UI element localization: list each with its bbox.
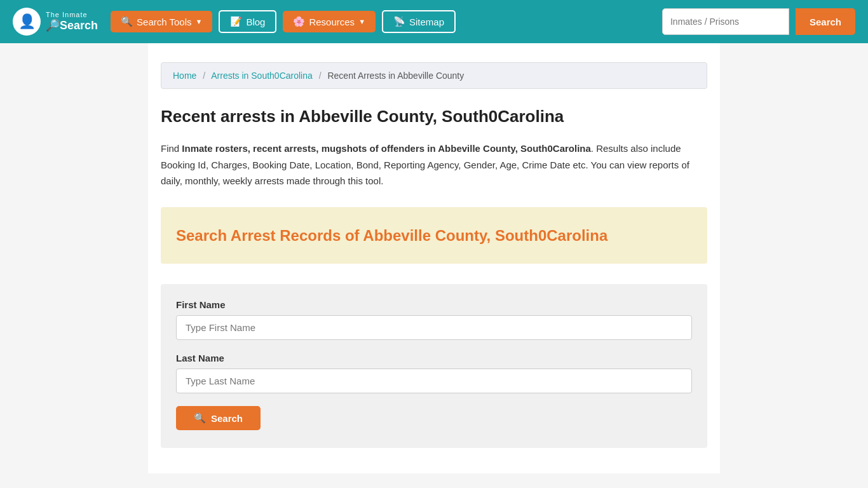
search-tools-button[interactable]: 🔍 Search Tools ▼ <box>111 11 212 32</box>
breadcrumb-current: Recent Arrests in Abbeville County <box>327 71 464 81</box>
page-description: Find Inmate rosters, recent arrests, mug… <box>161 140 707 189</box>
brand-logo-link[interactable]: 👤 The Inmate 🔎Search <box>13 8 98 36</box>
nav-search-label: Search <box>810 17 841 27</box>
brand-title: 🔎Search <box>46 18 98 32</box>
first-name-input[interactable] <box>176 315 692 340</box>
nav-search-button[interactable]: Search <box>796 8 855 35</box>
breadcrumb-sep-1: / <box>203 71 205 81</box>
blog-button[interactable]: 📝 Blog <box>219 10 276 33</box>
first-name-group: First Name <box>176 299 692 340</box>
search-submit-button[interactable]: 🔍 Search <box>176 406 261 430</box>
navbar: 👤 The Inmate 🔎Search 🔍 Search Tools ▼ 📝 … <box>0 0 868 43</box>
blog-label: Blog <box>246 17 265 27</box>
page-title: Recent arrests in Abbeville County, Sout… <box>161 107 707 126</box>
last-name-label: Last Name <box>176 353 692 363</box>
brand-text: The Inmate 🔎Search <box>46 11 98 32</box>
brand-logo: 👤 <box>13 8 41 36</box>
breadcrumb-home[interactable]: Home <box>173 71 196 81</box>
search-submit-icon: 🔍 <box>194 412 206 424</box>
search-form: First Name Last Name 🔍 Search <box>161 284 707 448</box>
first-name-label: First Name <box>176 299 692 310</box>
search-banner-title: Search Arrest Records of Abbeville Count… <box>176 225 692 247</box>
breadcrumb-state[interactable]: Arrests in South0Carolina <box>211 71 313 81</box>
search-tools-icon: 🔍 <box>121 16 133 27</box>
resources-icon: 🌸 <box>293 16 305 27</box>
description-bold: Inmate rosters, recent arrests, mugshots… <box>182 143 590 154</box>
breadcrumb-sep-2: / <box>319 71 322 81</box>
brand-logo-icon: 👤 <box>18 15 36 29</box>
description-intro: Find <box>161 143 182 154</box>
search-banner: Search Arrest Records of Abbeville Count… <box>161 207 707 264</box>
search-tools-label: Search Tools <box>137 17 191 27</box>
last-name-group: Last Name <box>176 353 692 393</box>
resources-chevron: ▼ <box>358 18 365 25</box>
resources-label: Resources <box>309 17 355 27</box>
main-content: Home / Arrests in South0Carolina / Recen… <box>148 43 720 473</box>
search-tools-chevron: ▼ <box>196 18 203 25</box>
sitemap-label: Sitemap <box>409 17 444 27</box>
blog-icon: 📝 <box>230 16 242 27</box>
brand-subtitle: The Inmate <box>46 11 98 18</box>
last-name-input[interactable] <box>176 369 692 393</box>
sitemap-icon: 📡 <box>393 16 405 27</box>
breadcrumb: Home / Arrests in South0Carolina / Recen… <box>161 62 707 89</box>
sitemap-button[interactable]: 📡 Sitemap <box>382 10 456 33</box>
nav-search-input[interactable] <box>662 8 789 35</box>
resources-button[interactable]: 🌸 Resources ▼ <box>283 11 376 32</box>
search-submit-label: Search <box>211 413 243 424</box>
